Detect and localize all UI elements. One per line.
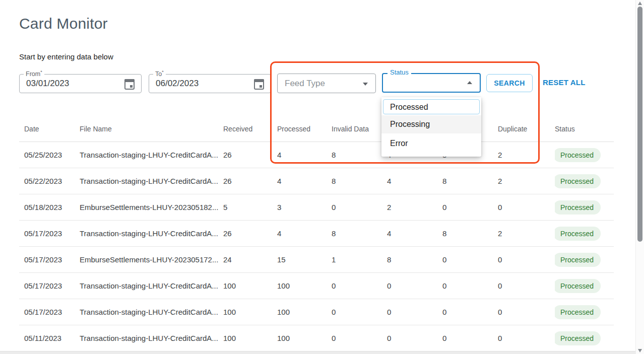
table-cell: Transaction-staging-LHUY-CreditCardA...: [80, 281, 223, 290]
table-cell: 8: [332, 229, 387, 238]
table-cell: 0: [387, 308, 442, 316]
table-body: 05/25/2023Transaction-staging-LHUY-Credi…: [19, 142, 614, 351]
table-cell: 05/17/2023: [24, 281, 80, 290]
scroll-up-arrow-icon[interactable]: [638, 2, 642, 5]
calendar-icon[interactable]: [124, 79, 135, 90]
column-header: Processed: [277, 125, 332, 133]
table-cell: 0: [442, 308, 498, 316]
table-cell: 24: [223, 255, 277, 264]
table-cell: 2: [498, 229, 555, 238]
column-header: Duplicate: [498, 125, 555, 133]
table-cell: Processed: [555, 305, 614, 319]
table-cell: Transaction-staging-LHUY-CreditCardA...: [80, 177, 223, 185]
to-date-field[interactable]: To* 06/02/2023: [149, 74, 271, 93]
table-cell: Transaction-staging-LHUY-CreditCardA...: [80, 151, 223, 159]
scrollbar-thumb[interactable]: [637, 7, 642, 242]
table-cell: 4: [387, 177, 442, 185]
table-cell: Processed: [555, 331, 614, 345]
table-cell: 0: [332, 203, 387, 211]
table-cell: 0: [442, 334, 498, 342]
table-cell: 0: [442, 255, 498, 264]
table-cell: Transaction-staging-LHUY-CreditCardA...: [80, 308, 223, 316]
table-cell: 100: [223, 308, 277, 316]
table-row: 05/11/2023Transaction-staging-LHUY-Credi…: [19, 325, 614, 351]
scroll-down-arrow-icon[interactable]: [638, 349, 642, 352]
column-header: Invalid Data: [332, 125, 387, 133]
table-row: 05/17/2023EmburseSettlements-LHUY-202305…: [19, 247, 614, 273]
table-cell: 2: [387, 203, 442, 211]
horizontal-scrollbar[interactable]: [0, 351, 635, 354]
table-cell: 2: [498, 177, 555, 185]
table-cell: 05/22/2023: [24, 177, 80, 185]
table-cell: 100: [277, 308, 332, 316]
status-badge: Processed: [555, 279, 601, 293]
status-dropdown-panel: ProcessedProcessingError: [381, 97, 481, 157]
table-cell: Processed: [555, 227, 614, 241]
status-select[interactable]: Status: [382, 73, 481, 93]
table-cell: 05/18/2023: [24, 203, 80, 211]
table-cell: 100: [277, 281, 332, 290]
table-cell: 15: [277, 255, 332, 264]
table-row: 05/22/2023Transaction-staging-LHUY-Credi…: [19, 168, 614, 194]
column-header: File Name: [80, 125, 223, 133]
table-cell: 0: [498, 334, 555, 342]
table-cell: 26: [223, 177, 277, 185]
status-badge: Processed: [555, 305, 601, 319]
feed-type-select[interactable]: Feed Type: [277, 74, 376, 93]
chevron-down-icon: [363, 83, 368, 86]
from-date-label: From*: [24, 70, 44, 78]
table-cell: Processed: [555, 253, 614, 267]
dropdown-option-processing[interactable]: Processing: [381, 115, 481, 133]
calendar-icon[interactable]: [254, 79, 264, 90]
from-date-field[interactable]: From* 03/01/2023: [19, 74, 142, 93]
table-cell: 0: [442, 281, 498, 290]
chevron-up-icon: [467, 81, 472, 84]
table-cell: 26: [223, 229, 277, 238]
status-badge: Processed: [555, 227, 601, 241]
table-cell: 0: [498, 255, 555, 264]
results-table: DateFile NameReceivedProcessedInvalid Da…: [19, 116, 614, 351]
table-row: 05/25/2023Transaction-staging-LHUY-Credi…: [19, 142, 614, 168]
status-label: Status: [388, 69, 411, 76]
table-cell: 05/25/2023: [24, 151, 80, 159]
table-cell: 100: [277, 334, 332, 342]
table-row: 05/17/2023Transaction-staging-LHUY-Credi…: [19, 299, 614, 325]
table-cell: 05/17/2023: [24, 255, 80, 264]
table-cell: 0: [387, 281, 442, 290]
table-cell: Processed: [555, 148, 614, 162]
table-row: 05/18/2023EmburseSettlements-LHUY-202305…: [19, 194, 614, 221]
table-cell: 26: [223, 151, 277, 159]
table-cell: 2: [498, 151, 555, 159]
column-header: Received: [223, 125, 277, 133]
table-cell: 8: [442, 177, 498, 185]
table-cell: 0: [498, 203, 555, 211]
status-badge: Processed: [555, 200, 601, 215]
vertical-scrollbar[interactable]: [635, 0, 644, 354]
table-cell: 100: [223, 334, 277, 342]
dropdown-option-error[interactable]: Error: [381, 134, 481, 153]
table-cell: 4: [277, 229, 332, 238]
search-button[interactable]: SEARCH: [486, 74, 533, 92]
table-cell: 0: [498, 308, 555, 316]
table-cell: 0: [332, 308, 387, 316]
table-cell: 05/17/2023: [24, 308, 80, 316]
subtitle: Start by entering data below: [19, 52, 113, 61]
table-cell: 4: [277, 177, 332, 185]
table-cell: 0: [332, 334, 387, 342]
table-cell: 8: [387, 255, 442, 264]
to-date-value[interactable]: 06/02/2023: [149, 75, 271, 93]
to-date-label: To*: [153, 70, 166, 78]
table-header-row: DateFile NameReceivedProcessedInvalid Da…: [19, 116, 614, 142]
table-cell: 4: [277, 151, 332, 159]
table-cell: 05/17/2023: [24, 229, 80, 238]
table-cell: 3: [277, 203, 332, 211]
dropdown-option-processed[interactable]: Processed: [383, 99, 480, 114]
reset-all-link[interactable]: RESET ALL: [543, 78, 586, 87]
status-badge: Processed: [555, 253, 601, 267]
status-badge: Processed: [555, 148, 601, 162]
page-title: Card Monitor: [19, 15, 108, 32]
table-cell: Transaction-staging-LHUY-CreditCardA...: [80, 229, 223, 238]
table-cell: 8: [442, 229, 498, 238]
table-cell: 5: [223, 203, 277, 211]
table-cell: 4: [387, 229, 442, 238]
